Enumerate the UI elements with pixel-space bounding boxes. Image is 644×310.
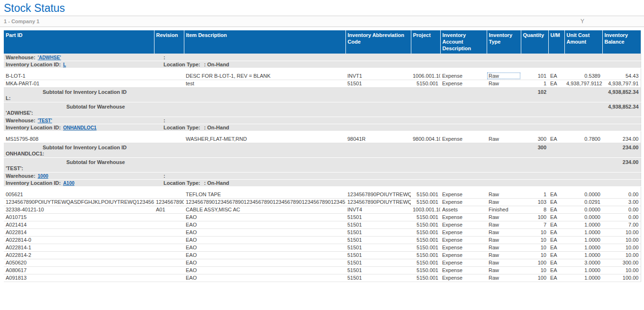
cell-part-id: A022814-0: [4, 236, 154, 244]
cell-inventory-type: Raw: [487, 198, 521, 206]
subtotal-location-row: Subtotal for Inventory Location IDL:1024…: [4, 87, 641, 102]
cell-inventory-type: Raw: [487, 221, 521, 228]
cell-item-description: TEFLON TAPE: [184, 191, 345, 198]
column-header-part-id: Part ID: [4, 30, 154, 54]
cell-u-m: EA: [548, 251, 564, 259]
cell-inventory-account-description: Expense: [440, 135, 487, 143]
location-cell: Inventory Location ID:ONHANDLOC1Location…: [4, 124, 641, 131]
item-row: B-LOT-1DESC FOR B-LOT-1, REV = BLANKINVT…: [4, 72, 641, 80]
cell-item-description: EAO: [184, 244, 345, 251]
stock-status-table: Part IDRevisionItem DescriptionInventory…: [4, 30, 641, 282]
location-type-label: Location Type:: [163, 125, 200, 130]
spacer-row: [4, 68, 641, 72]
company-label: 1 - Company 1: [4, 18, 39, 24]
cell-inventory-abbreviation-code: 1234567890POIUYTREWQ: [345, 198, 411, 206]
location-label: Inventory Location ID:: [6, 62, 61, 67]
column-header-revision: Revision: [154, 30, 184, 54]
cell-inventory-balance: 0.00: [602, 191, 641, 198]
cell-project: 5150.001: [411, 259, 440, 266]
location-link[interactable]: ONHANDLOC1: [63, 125, 97, 130]
cell-item-description: CABLE ASSY,MISC AC: [184, 206, 345, 213]
cell-inventory-abbreviation-code: 51501: [345, 80, 411, 87]
location-link[interactable]: A100: [63, 181, 74, 186]
location-cell: Inventory Location ID:LLocation Type:: O…: [4, 61, 641, 68]
cell-revision: [154, 244, 184, 251]
location-label: Inventory Location ID:: [6, 180, 61, 186]
cell-inventory-abbreviation-code: 51501: [345, 213, 411, 221]
cell-unit-cost-amount: 1.0000: [564, 274, 602, 282]
cell-inventory-type[interactable]: Raw: [487, 72, 521, 80]
subtotal-quantity: 300: [521, 143, 548, 157]
cell-inventory-type: Raw: [487, 80, 521, 87]
cell-inventory-abbreviation-code: 51501: [345, 274, 411, 282]
warehouse-cell: Warehouse:'TEST':: [4, 117, 641, 124]
cell-item-description: test: [184, 80, 345, 87]
subtotal-balance: 4,938,852.34: [602, 102, 641, 117]
cell-inventory-account-description: Expense: [440, 80, 487, 87]
location-type: Location Type:: On-Hand: [163, 62, 229, 67]
table-header: Part IDRevisionItem DescriptionInventory…: [4, 30, 641, 54]
cell-inventory-balance: 300.00: [602, 259, 641, 266]
cell-u-m: EA: [548, 274, 564, 282]
cell-quantity: 100: [521, 213, 548, 221]
location-type-label: Location Type:: [163, 62, 200, 67]
cell-project: 5150.001: [411, 213, 440, 221]
cell-unit-cost-amount: 0.0000: [564, 206, 602, 213]
warehouse-colon: :: [163, 55, 165, 60]
warehouse-label: Warehouse:: [6, 118, 36, 123]
warehouse-link[interactable]: 1000: [38, 173, 48, 179]
item-row: 005621TEFLON TAPE1234567890POIUYTREWQ515…: [4, 191, 641, 198]
item-row: A022814-0EAO515015150.001ExpenseRaw10EA1…: [4, 236, 641, 244]
cell-inventory-account-description: Expense: [440, 236, 487, 244]
cell-inventory-abbreviation-code: 51501: [345, 251, 411, 259]
cell-inventory-abbreviation-code: 51501: [345, 228, 411, 236]
spacer-cell: [4, 131, 641, 135]
subtotal-warehouse-id: 'ADWHSE':: [6, 110, 600, 116]
item-row: MKA-PART-01test515015150.001ExpenseRaw1E…: [4, 80, 641, 87]
cell-unit-cost-amount: 4,938,797.9112: [564, 80, 602, 87]
company-bar: 1 - Company 1 Y: [0, 16, 644, 27]
cell-inventory-abbreviation-code: INVT1: [345, 72, 411, 80]
cell-quantity: 10: [521, 228, 548, 236]
subtotal-warehouse-label: Subtotal for Warehouse: [66, 159, 600, 165]
cell-project: 5150.001: [411, 266, 440, 274]
item-row: A022814-2EAO515015150.001ExpenseRaw10EA1…: [4, 251, 641, 259]
cell-project: 5150.001: [411, 191, 440, 198]
cell-revision: [154, 80, 184, 87]
cell-project: 1006.001.10: [411, 72, 440, 80]
subtotal-location-label-cell: Subtotal for Inventory Location IDL:: [4, 87, 521, 102]
cell-inventory-balance: 100.00: [602, 274, 641, 282]
cell-inventory-balance: 7.00: [602, 221, 641, 228]
cell-inventory-account-description: Expense: [440, 213, 487, 221]
location-link[interactable]: L: [63, 62, 66, 67]
cell-unit-cost-amount: 1.0000: [564, 228, 602, 236]
cell-unit-cost-amount: 0.0291: [564, 198, 602, 206]
cell-unit-cost-amount: 1.0000: [564, 236, 602, 244]
cell-inventory-account-description: Expense: [440, 221, 487, 228]
cell-revision: [154, 251, 184, 259]
cell-u-m: EA: [548, 72, 564, 80]
warehouse-link[interactable]: 'ADWHSE': [38, 55, 61, 60]
column-header-unit-cost-amount: Unit Cost Amount: [564, 30, 602, 54]
location-row: Inventory Location ID:LLocation Type:: O…: [4, 61, 641, 68]
subtotal-location-id: L:: [6, 95, 519, 101]
cell-inventory-balance: 3.00: [602, 198, 641, 206]
column-header-inventory-type: Inventory Type: [487, 30, 521, 54]
cell-item-description: EAO: [184, 236, 345, 244]
subtotal-quantity: 102: [521, 87, 548, 102]
location-cell: Inventory Location ID:A100Location Type:…: [4, 179, 641, 186]
location-type-value: : On-Hand: [204, 180, 229, 186]
cell-unit-cost-amount: 0.0000: [564, 191, 602, 198]
cell-part-id: 1234567890POIUYTREWQASDFGHJKLPOIUYTREWQ1…: [4, 198, 154, 206]
report-header: Stock Status: [0, 0, 644, 16]
cell-unit-cost-amount: 0.7800: [564, 135, 602, 143]
warehouse-colon: :: [163, 118, 165, 123]
cell-unit-cost-amount: 1.0000: [564, 266, 602, 274]
cell-inventory-abbreviation-code: 51501: [345, 221, 411, 228]
warehouse-link[interactable]: 'TEST': [38, 118, 52, 123]
cell-inventory-account-description: Expense: [440, 244, 487, 251]
cell-inventory-type: Finished: [487, 206, 521, 213]
spacer-cell: [4, 186, 641, 191]
subtotal-location-label: Subtotal for Inventory Location ID: [43, 145, 519, 151]
cell-part-id: A022814: [4, 228, 154, 236]
